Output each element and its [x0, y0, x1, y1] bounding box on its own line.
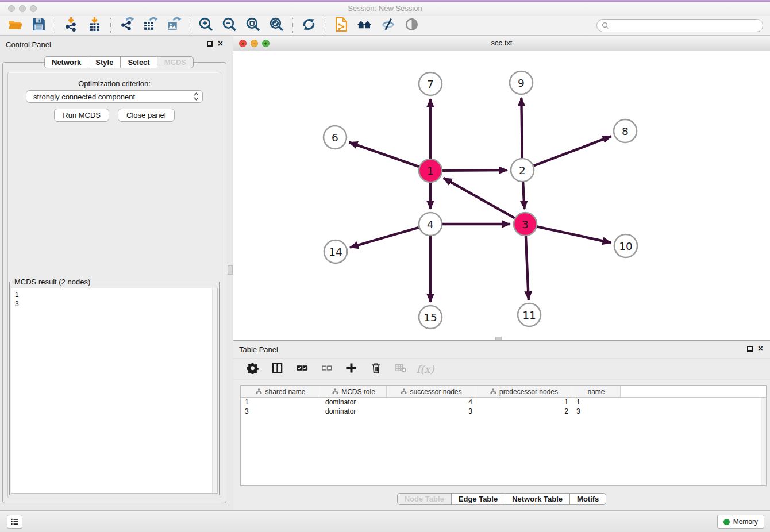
- table-cell[interactable]: dominator: [321, 398, 387, 407]
- float-table-panel-icon[interactable]: [747, 346, 753, 352]
- close-table-panel-icon[interactable]: ×: [758, 345, 763, 352]
- zoom-in-button[interactable]: [194, 17, 218, 34]
- select-all-columns-button[interactable]: [294, 362, 309, 377]
- graph-edge[interactable]: [521, 98, 522, 158]
- graph-edge[interactable]: [350, 228, 419, 248]
- float-panel-icon[interactable]: [207, 41, 213, 47]
- network-document-button[interactable]: [329, 17, 353, 34]
- close-window-icon[interactable]: [8, 5, 15, 12]
- export-table-button[interactable]: [138, 17, 162, 34]
- tab-mcds[interactable]: MCDS: [157, 56, 194, 68]
- show-columns-button[interactable]: [270, 362, 284, 377]
- import-network-button[interactable]: [59, 17, 83, 34]
- home-button[interactable]: [353, 17, 376, 34]
- table-cell[interactable]: 4: [387, 398, 476, 407]
- tab-network-table[interactable]: Network Table: [505, 493, 570, 505]
- tab-select[interactable]: Select: [120, 56, 157, 68]
- export-table-icon: [143, 17, 158, 34]
- import-table-button[interactable]: [83, 17, 106, 34]
- graph-node[interactable]: 7: [419, 72, 442, 95]
- graph-edge[interactable]: [444, 178, 515, 218]
- close-network-icon[interactable]: ×: [239, 40, 247, 47]
- show-panels-button[interactable]: [7, 515, 22, 529]
- export-network-button[interactable]: [115, 17, 138, 34]
- column-header-name[interactable]: name: [572, 386, 621, 397]
- graph-node[interactable]: 1: [419, 159, 442, 182]
- graph-node[interactable]: 3: [514, 213, 537, 236]
- hide-panel-icon: [380, 17, 396, 34]
- graph-edge[interactable]: [537, 226, 611, 242]
- column-header-shared-name[interactable]: shared name: [241, 386, 321, 397]
- graph-node[interactable]: 8: [614, 119, 637, 142]
- graph-node[interactable]: 9: [510, 71, 533, 94]
- unselect-all-columns-button[interactable]: [319, 362, 334, 377]
- graph-edge[interactable]: [442, 170, 507, 171]
- graph-edge[interactable]: [523, 182, 525, 209]
- table-cell[interactable]: dominator: [321, 407, 387, 416]
- column-header-successor-nodes[interactable]: successor nodes: [387, 386, 476, 397]
- open-file-button[interactable]: [3, 17, 27, 34]
- save-session-button[interactable]: [27, 17, 51, 34]
- panel-splitter-grip[interactable]: [228, 265, 233, 275]
- table-cell[interactable]: 3: [241, 407, 321, 416]
- close-panel-icon[interactable]: ×: [218, 40, 223, 47]
- tab-edge-table[interactable]: Edge Table: [451, 493, 505, 505]
- table-settings-button[interactable]: [245, 362, 260, 377]
- network-window-titlebar[interactable]: × − + scc.txt: [233, 36, 770, 51]
- table-cell[interactable]: 1: [476, 398, 572, 407]
- minimize-network-icon[interactable]: −: [251, 40, 258, 47]
- column-header-MCDS-role[interactable]: MCDS role: [321, 386, 387, 397]
- tab-network[interactable]: Network: [44, 56, 88, 68]
- graph-edge[interactable]: [349, 142, 419, 167]
- optimization-criterion-select[interactable]: strongly connected component: [26, 90, 203, 103]
- table-cell[interactable]: 1: [572, 398, 621, 407]
- run-mcds-button[interactable]: Run MCDS: [54, 109, 109, 122]
- zoom-fit-button[interactable]: [241, 17, 265, 34]
- minimize-window-icon[interactable]: [19, 5, 26, 12]
- search-input[interactable]: [612, 22, 758, 30]
- add-column-button[interactable]: [344, 362, 359, 377]
- maximize-window-icon[interactable]: [30, 5, 37, 12]
- graph-node-label: 10: [619, 240, 633, 252]
- open-file-icon: [7, 17, 23, 34]
- column-header-predecessor-nodes[interactable]: predecessor nodes: [476, 386, 572, 397]
- network-canvas[interactable]: 7968124314101511: [233, 51, 770, 340]
- table-cell[interactable]: 3: [572, 407, 621, 416]
- graph-node[interactable]: 4: [419, 213, 442, 236]
- table-scrollbar[interactable]: [761, 398, 766, 485]
- graph-edge[interactable]: [526, 236, 529, 300]
- zoom-out-button[interactable]: [218, 17, 241, 34]
- delete-column-button[interactable]: [368, 362, 383, 377]
- tab-node-table[interactable]: Node Table: [397, 493, 452, 505]
- export-image-icon: [166, 17, 182, 34]
- close-panel-button[interactable]: Close panel: [118, 109, 175, 122]
- show-panel-button[interactable]: [400, 17, 424, 34]
- tab-style[interactable]: Style: [88, 56, 121, 68]
- export-image-button[interactable]: [162, 17, 186, 34]
- graph-node[interactable]: 6: [324, 126, 346, 149]
- table-cell[interactable]: 3: [387, 407, 476, 416]
- table-cell[interactable]: 2: [476, 407, 572, 416]
- table-row[interactable]: 1dominator411: [241, 398, 766, 407]
- graph-node[interactable]: 14: [324, 240, 347, 263]
- table-cell[interactable]: 1: [241, 398, 321, 407]
- graph-node[interactable]: 10: [614, 234, 637, 257]
- table-row[interactable]: 3dominator323: [241, 407, 766, 416]
- search-box[interactable]: [596, 19, 763, 32]
- zoom-selected-button[interactable]: [265, 17, 288, 34]
- graph-svg[interactable]: 7968124314101511: [233, 51, 769, 340]
- hide-panel-button[interactable]: [376, 17, 400, 34]
- result-scrollbar[interactable]: [212, 288, 217, 493]
- refresh-button[interactable]: [297, 17, 321, 34]
- graph-node[interactable]: 2: [511, 159, 534, 182]
- column-label: name: [587, 388, 605, 396]
- tab-motifs[interactable]: Motifs: [569, 493, 606, 505]
- graph-node-label: 11: [522, 309, 536, 321]
- zoom-network-icon[interactable]: +: [262, 40, 270, 47]
- graph-node[interactable]: 15: [419, 306, 442, 329]
- mcds-result-list[interactable]: 1 3: [11, 288, 218, 494]
- graph-edge[interactable]: [534, 136, 611, 165]
- graph-node[interactable]: 11: [518, 303, 541, 326]
- memory-button[interactable]: Memory: [717, 515, 764, 529]
- dropdown-stepper-icon: [194, 92, 199, 101]
